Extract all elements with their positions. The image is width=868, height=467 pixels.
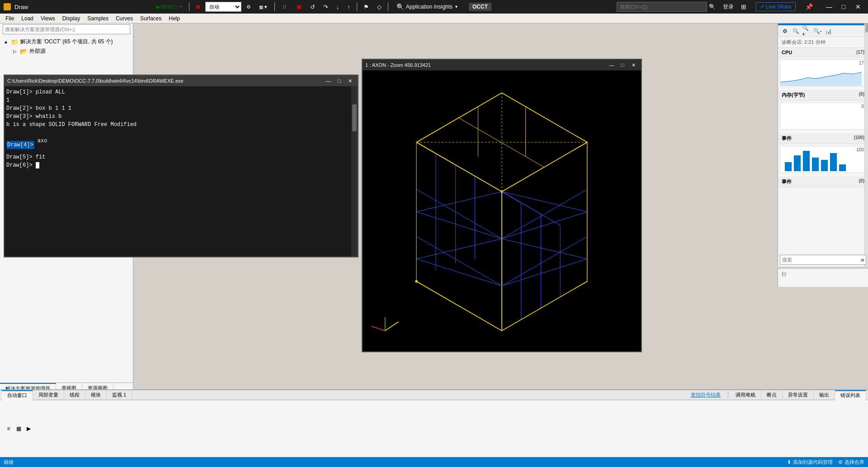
diag-zoom-in-btn[interactable]: 🔍+ [802,27,811,36]
terminal-scroll-thumb[interactable] [352,104,357,131]
stop-button[interactable]: ■ [193,2,203,12]
bp-tab-watch1[interactable]: 监视 1 [107,390,132,400]
minimize-button[interactable]: — [823,0,835,13]
menu-bar: File Load Views Display Samples Curves S… [0,14,868,23]
diag-settings-btn[interactable]: ⚙ [780,27,790,36]
vp-close[interactable]: ✕ [628,60,638,70]
bp-tab-modules[interactable]: 模块 [85,390,107,400]
bp-sep [728,392,728,399]
cpu-icon: ▦ [259,5,263,9]
status-select[interactable]: ⚙ 选择合库 [838,459,864,466]
terminal-maximize[interactable]: □ [334,76,344,86]
diag-search-input[interactable] [780,255,866,265]
bp-btn-2[interactable]: ▦ [14,424,24,433]
status-ready[interactable]: 就绪 [4,459,14,466]
restart-button[interactable]: ↺ [307,2,318,12]
add-code-label: 添加到源代码管理 [793,459,833,466]
sep4 [388,2,388,11]
continue-button[interactable]: ▶ 继续(C) ▼ [153,2,186,12]
toolbar-btn-extra2[interactable]: ◇ [374,2,385,12]
diag-mem-value: (0) [859,92,864,97]
terminal-line-7: Draw[4]> axo [6,137,356,153]
bp-tab-locals[interactable]: 局部变量 [33,390,64,400]
app-insights-button[interactable]: 🔍 Application Insights ▼ [393,2,462,12]
viewport-window: 1 : AXON - Zoom 456.913421 — □ ✕ [362,59,642,352]
diag-zoom-out-btn[interactable]: 🔍- [812,27,822,36]
title-bar-right: 🔍 登录 ⊞ ↗ Live Share 📌 — □ ✕ [617,0,864,13]
diag-chart-btn[interactable]: 📊 [823,27,833,36]
terminal-minimize[interactable]: — [323,76,333,86]
bp-btn-3[interactable]: ▶ [24,424,33,433]
menu-views[interactable]: Views [37,14,59,23]
se-search-input[interactable] [3,24,130,34]
pin-button[interactable]: 📌 [803,0,816,13]
diag-search-btn[interactable]: 🔍 [791,27,801,36]
terminal-scrollbar[interactable] [351,86,358,257]
cpu-chart-svg [780,60,866,86]
toolbar-icon-1[interactable]: ⚙ [243,2,254,12]
terminal-body[interactable]: Draw[1]> pload ALL 1 Draw[2]> box b 1 1 … [5,86,358,253]
bp-tab-callstack[interactable]: 调用堆栈 [730,390,761,400]
terminal-line-8: Draw[5]> fit [6,153,356,161]
bp-btn-1[interactable]: ≡ [4,424,14,433]
status-git[interactable]: ⬆ 添加到源代码管理 [787,459,833,466]
diag-search-area: ⟳ [778,253,868,266]
menu-display[interactable]: Display [59,14,84,23]
bottom-panel-tabs-row: 自动窗口 局部变量 线程 模块 监视 1 查找符号结果 调用堆栈 断点 异常设置… [0,390,868,400]
terminal-line-9: Draw[6]> [6,161,356,169]
pause-button[interactable]: ⏸ [278,2,291,12]
bp-tab-errors[interactable]: 错误列表 [835,390,866,400]
step-out-button[interactable]: ↑ [344,2,354,12]
menu-help[interactable]: Help [165,14,184,23]
auto-mode-dropdown[interactable]: 自动 [205,2,241,12]
search-icon: 🔍 [709,4,716,10]
viewport-title: 1 : AXON - Zoom 456.913421 [365,62,431,68]
close-button[interactable]: ✕ [852,0,864,13]
title-bar-center: ▶ 继续(C) ▼ ■ 自动 ⚙ ▦ ▼ ⏸ ⏹ ↺ ↷ ↓ [153,2,491,12]
maximize-button[interactable]: □ [837,0,850,13]
bp-tab-auto[interactable]: 自动窗口 [2,390,33,400]
viewport-titlebar: 1 : AXON - Zoom 456.913421 — □ ✕ [363,60,641,70]
diag-scrollbar[interactable] [864,14,868,266]
menu-curves[interactable]: Curves [112,14,137,23]
bp-tab-exceptions[interactable]: 异常设置 [783,390,814,400]
se-external-item[interactable]: ▷ 📂 外部源 [1,47,132,56]
toolbar-btn-extra1[interactable]: ⚑ [360,2,372,12]
step-into-button[interactable]: ↓ [333,2,343,12]
terminal-title: C:\Users\Rick\Desktop\DEMO\OCC-7.7.0\bui… [7,78,184,84]
bp-find-symbol[interactable]: 查找符号结果 [685,391,726,399]
title-bar-left: Draw [4,3,28,10]
bp-tab-output[interactable]: 输出 [814,390,835,400]
menu-load[interactable]: Load [18,14,37,23]
search-input[interactable] [617,2,707,12]
terminal-line-2: 1 [6,96,356,104]
menu-file[interactable]: File [2,14,18,23]
terminal-close[interactable]: ✕ [345,76,355,86]
vp-minimize[interactable]: — [607,60,617,70]
se-toggle-external[interactable]: ▷ [12,48,18,55]
mem-value-label: 0 [861,104,864,109]
step-over-button[interactable]: ↷ [320,2,331,12]
se-solution-item[interactable]: ▲ 📁 解决方案 'OCCT' (65 个项目, 共 65 个) [1,37,132,47]
geometry-svg [363,70,641,351]
window-controls: — □ ✕ [823,0,864,13]
vp-maximize[interactable]: □ [618,60,627,70]
se-search-area: 🔍 [0,23,133,35]
sep3 [357,2,357,11]
terminal-cursor [36,162,39,168]
se-toggle-solution[interactable]: ▲ [3,39,9,45]
diag-events-val: (100) [854,135,864,140]
liveshare-icon: ↗ [760,4,764,10]
title-bar: Draw ▶ 继续(C) ▼ ■ 自动 ⚙ ▦ ▼ ⏸ [0,0,868,14]
toolbar-icon-2[interactable]: ▦ ▼ [256,2,271,12]
bp-tab-breakpoints[interactable]: 断点 [761,390,783,400]
bp-tab-threads[interactable]: 线程 [64,390,85,400]
terminal-line-5: b is a shape SOLID FORWARD Free Modified [6,121,356,129]
menu-samples[interactable]: Samples [84,14,112,23]
live-share-button[interactable]: ↗ Live Share [755,2,796,11]
stop-red-button[interactable]: ⏹ [292,2,305,12]
git-icon: ⬆ [787,459,791,465]
menu-surfaces[interactable]: Surfaces [137,14,165,23]
login-label[interactable]: 登录 [723,3,734,11]
app-icon [4,3,11,10]
